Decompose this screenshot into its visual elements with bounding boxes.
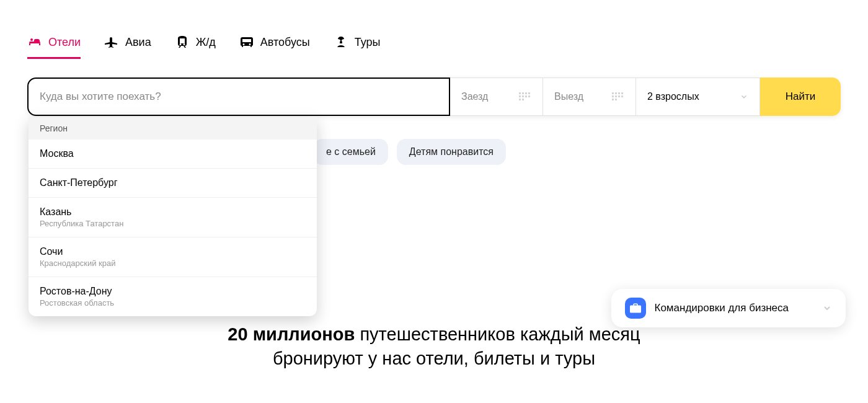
suggestion-sub: Краснодарский край [40,259,306,268]
svg-rect-8 [525,95,527,97]
svg-rect-6 [519,95,521,97]
suggestion-name: Санкт-Петербург [40,177,306,188]
checkin-label: Заезд [461,91,488,102]
promo-line1: путешественников каждый месяц [355,324,640,344]
svg-rect-20 [612,99,614,100]
svg-rect-10 [519,99,521,100]
search-button[interactable]: Найти [760,78,841,116]
svg-rect-21 [615,99,617,100]
chip-family[interactable]: е с семьей [314,139,388,165]
chevron-down-icon [740,92,748,101]
svg-rect-18 [618,95,620,97]
bus-icon [239,35,254,50]
tab-tours[interactable]: Туры [334,35,381,59]
chip-kids[interactable]: Детям понравится [397,139,506,165]
search-form: Регион Москва Санкт-Петербург Казань Рес… [27,78,841,116]
tab-label: Ж/д [196,36,216,49]
svg-rect-3 [522,92,524,94]
svg-rect-11 [522,99,524,100]
svg-rect-14 [618,92,620,94]
briefcase-icon [625,298,646,319]
product-tabs: Отели Авиа Ж/д Автобусы Туры [27,35,841,59]
tab-label: Авиа [125,36,151,49]
promo-line2: бронируют у нас отели, билеты и туры [0,347,868,371]
tab-hotels[interactable]: Отели [27,35,81,59]
checkin-field[interactable]: Заезд [450,78,543,116]
promo-bold: 20 миллионов [228,324,355,344]
svg-rect-13 [615,92,617,94]
suggestion-item[interactable]: Санкт-Петербург [29,169,317,198]
svg-rect-0 [29,42,40,43]
svg-rect-15 [621,92,623,94]
tab-label: Отели [48,36,81,49]
suggestion-sub: Республика Татарстан [40,219,306,228]
svg-rect-9 [528,95,530,97]
suggestion-name: Москва [40,148,306,159]
svg-rect-17 [615,95,617,97]
business-trips-label: Командировки для бизнеса [655,302,789,314]
tab-label: Автобусы [260,36,310,49]
destination-field-wrap[interactable]: Регион Москва Санкт-Петербург Казань Рес… [27,78,450,116]
suggestion-sub: Ростовская область [40,298,306,308]
suggestion-item[interactable]: Москва [29,140,317,169]
suggestion-item[interactable]: Ростов-на-Дону Ростовская область [29,277,317,316]
calendar-icon [612,92,624,101]
svg-rect-12 [612,92,614,94]
svg-point-1 [30,38,33,41]
destination-suggestions: Регион Москва Санкт-Петербург Казань Рес… [29,117,317,316]
suggestions-header: Регион [29,117,317,140]
guests-label: 2 взрослых [647,91,699,102]
suggestion-item[interactable]: Сочи Краснодарский край [29,237,317,277]
plane-icon [104,35,119,50]
checkout-field[interactable]: Выезд [543,78,636,116]
svg-rect-19 [621,95,623,97]
svg-rect-4 [525,92,527,94]
train-icon [175,35,190,50]
svg-rect-7 [522,95,524,97]
hotel-icon [27,35,42,50]
promo-text: 20 миллионов путешественников каждый мес… [0,322,868,371]
chevron-down-icon [822,303,832,313]
suggestion-name: Сочи [40,246,306,257]
calendar-icon [519,92,531,101]
palm-icon [334,35,348,50]
svg-rect-5 [528,92,530,94]
destination-input[interactable] [40,91,438,103]
tab-label: Туры [355,36,381,49]
checkout-label: Выезд [554,91,583,102]
business-trips-widget[interactable]: Командировки для бизнеса [611,289,846,327]
svg-rect-2 [519,92,521,94]
suggestion-name: Казань [40,206,306,218]
svg-rect-16 [612,95,614,97]
tab-avia[interactable]: Авиа [104,35,151,59]
guests-field[interactable]: 2 взрослых [636,78,760,116]
suggestion-name: Ростов-на-Дону [40,286,306,297]
tab-rail[interactable]: Ж/д [175,35,216,59]
tab-bus[interactable]: Автобусы [239,35,310,59]
suggestion-item[interactable]: Казань Республика Татарстан [29,198,317,237]
